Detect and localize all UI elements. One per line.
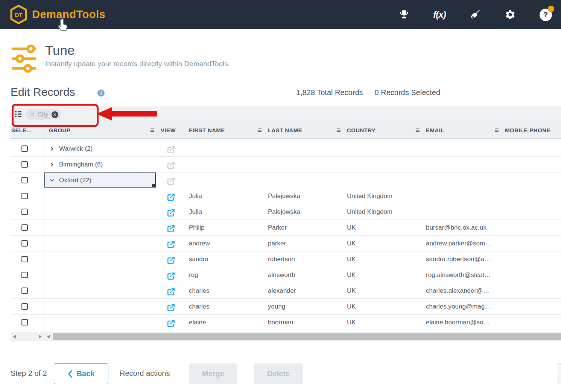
scroll-right-icon[interactable] <box>39 335 42 339</box>
cell-email: charles.young@mag… <box>421 299 505 314</box>
column-menu-icon[interactable] <box>150 122 155 138</box>
group-cell[interactable]: Oxford (22) <box>44 173 156 188</box>
group-cell <box>44 267 156 283</box>
select-cell <box>11 173 44 188</box>
group-cell <box>44 204 156 219</box>
frozen-pane-scrollbar[interactable] <box>11 332 44 341</box>
cell-mobile-phone <box>500 267 561 283</box>
open-record-icon[interactable] <box>167 207 175 216</box>
annotation-highlight-box <box>12 104 99 127</box>
open-record-icon[interactable] <box>167 271 175 279</box>
brand-name: DemandTools <box>32 8 105 21</box>
open-record-icon[interactable] <box>167 239 175 248</box>
column-header-email[interactable]: EMAIL <box>421 122 505 138</box>
page-title: Tune <box>45 43 74 58</box>
select-cell <box>11 315 44 330</box>
open-record-icon[interactable] <box>167 160 175 169</box>
row-checkbox[interactable] <box>21 161 28 168</box>
group-label[interactable]: Birmingham (6) <box>59 157 103 172</box>
cell-email <box>421 188 505 204</box>
trophy-icon[interactable] <box>398 8 410 21</box>
cell-email <box>421 157 505 172</box>
horizontal-scrollbar[interactable] <box>45 332 561 341</box>
row-checkbox[interactable] <box>21 256 28 262</box>
column-header-mobile-phone[interactable]: MOBILE PHONE <box>500 122 561 138</box>
column-header-country[interactable]: COUNTRY <box>342 122 426 138</box>
view-cell <box>156 251 184 267</box>
cell-email <box>421 141 505 156</box>
row-checkbox[interactable] <box>21 224 28 231</box>
cell-mobile-phone <box>500 315 561 330</box>
partial-right-button[interactable] <box>557 363 561 384</box>
select-cell <box>11 188 44 204</box>
group-cell <box>44 315 156 330</box>
chevron-right-icon[interactable] <box>50 141 54 156</box>
row-checkbox[interactable] <box>21 288 28 294</box>
open-record-icon[interactable] <box>167 176 175 185</box>
formula-icon[interactable]: f(x) <box>433 8 446 21</box>
row-checkbox[interactable] <box>21 145 28 152</box>
row-checkbox[interactable] <box>21 193 28 199</box>
open-record-icon[interactable] <box>167 318 175 327</box>
row-checkbox[interactable] <box>21 177 28 183</box>
select-cell <box>11 220 44 235</box>
back-button-label: Back <box>77 369 95 378</box>
cell-mobile-phone <box>500 188 561 204</box>
group-label[interactable]: Warwick (2) <box>59 141 93 156</box>
open-record-icon[interactable] <box>167 302 175 311</box>
cell-first-name: Philip <box>184 220 268 235</box>
view-cell <box>156 141 184 156</box>
scroll-left-icon[interactable] <box>47 335 50 339</box>
column-header-last-name[interactable]: LAST NAME <box>263 122 347 138</box>
row-checkbox[interactable] <box>21 303 28 310</box>
open-record-icon[interactable] <box>167 144 175 153</box>
info-icon[interactable]: i <box>97 89 105 97</box>
row-checkbox[interactable] <box>21 209 28 215</box>
back-button[interactable]: Back <box>54 363 108 384</box>
page-subtitle: Instantly update your records directly w… <box>45 60 230 68</box>
broom-icon[interactable] <box>468 8 481 21</box>
select-cell <box>11 251 44 267</box>
column-menu-icon[interactable] <box>336 122 341 138</box>
merge-button[interactable]: Merge <box>189 363 237 384</box>
cell-email: bursar@bnc.ox.ac.uk <box>421 220 505 235</box>
column-header-first-name[interactable]: FIRST NAME <box>184 122 268 138</box>
view-cell <box>156 267 184 283</box>
cell-last-name: boorman <box>263 315 347 330</box>
help-icon[interactable]: ? <box>539 8 552 21</box>
open-record-icon[interactable] <box>167 192 175 200</box>
group-row: Birmingham (6) <box>11 157 561 173</box>
chevron-right-icon[interactable] <box>50 157 54 172</box>
row-checkbox[interactable] <box>21 272 28 278</box>
open-record-icon[interactable] <box>167 223 175 232</box>
group-cell[interactable]: Birmingham (6) <box>44 157 156 172</box>
chevron-down-icon[interactable] <box>50 173 54 188</box>
view-cell <box>156 283 184 298</box>
column-menu-icon[interactable] <box>415 122 420 138</box>
cell-country: United Kingdom <box>342 204 426 219</box>
group-cell <box>44 299 156 314</box>
cell-country <box>342 157 426 172</box>
cell-mobile-phone <box>500 236 561 251</box>
open-record-icon[interactable] <box>167 255 175 263</box>
column-menu-icon[interactable] <box>257 122 262 138</box>
view-cell <box>156 220 184 235</box>
cell-email: rog.ainsworth@stcat… <box>421 267 505 283</box>
column-menu-icon[interactable] <box>494 122 499 138</box>
group-cell[interactable]: Warwick (2) <box>44 141 156 156</box>
delete-button[interactable]: Delete <box>254 363 303 384</box>
row-checkbox[interactable] <box>21 240 28 247</box>
group-label[interactable]: Oxford (22) <box>59 173 91 188</box>
notification-badge <box>548 6 554 12</box>
scroll-left-icon[interactable] <box>13 335 16 339</box>
open-record-icon[interactable] <box>167 286 175 295</box>
row-checkbox[interactable] <box>21 319 28 325</box>
cell-last-name: Palejowska <box>263 204 347 219</box>
select-cell <box>11 204 44 219</box>
column-header-view[interactable]: VIEW <box>156 122 189 138</box>
scrollbar-thumb[interactable] <box>53 333 561 340</box>
group-cell <box>44 251 156 267</box>
gear-icon[interactable] <box>504 8 517 21</box>
top-navigation-bar: DT DemandTools f(x) <box>0 0 561 29</box>
view-cell <box>156 157 184 172</box>
